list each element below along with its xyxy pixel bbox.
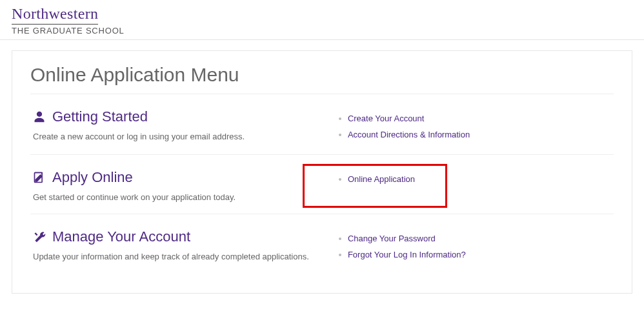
list-item: Account Directions & Information bbox=[339, 127, 611, 143]
link-online-application[interactable]: Online Application bbox=[348, 174, 415, 184]
section-heading-text: Apply Online bbox=[52, 169, 133, 186]
section-desc: Update your information and keep track o… bbox=[33, 252, 334, 261]
section-apply-online: Apply Online Get started or continue wor… bbox=[30, 154, 614, 214]
list-item: Online Application bbox=[339, 172, 611, 188]
section-desc: Get started or continue work on your app… bbox=[33, 192, 334, 202]
section-heading-text: Manage Your Account bbox=[52, 228, 190, 245]
section-desc: Create a new account or log in using you… bbox=[33, 132, 334, 141]
link-account-directions[interactable]: Account Directions & Information bbox=[348, 130, 470, 139]
menu-card: Online Application Menu Getting Started … bbox=[12, 50, 632, 294]
section-manage-account: Manage Your Account Update your informat… bbox=[30, 214, 614, 274]
section-heading: Apply Online bbox=[33, 169, 334, 186]
section-heading: Getting Started bbox=[33, 108, 334, 125]
section-left: Apply Online Get started or continue wor… bbox=[33, 169, 334, 202]
section-heading: Manage Your Account bbox=[33, 228, 334, 245]
link-forgot-login[interactable]: Forgot Your Log In Information? bbox=[348, 250, 466, 259]
logo-wordmark: Northwestern bbox=[12, 5, 98, 25]
list-item: Forgot Your Log In Information? bbox=[339, 247, 611, 263]
link-list: Online Application bbox=[339, 172, 611, 188]
site-header: Northwestern THE GRADUATE SCHOOL bbox=[0, 0, 644, 40]
list-item: Create Your Account bbox=[339, 111, 611, 127]
section-left: Getting Started Create a new account or … bbox=[33, 108, 334, 143]
link-list: Change Your Password Forgot Your Log In … bbox=[339, 231, 611, 263]
section-getting-started: Getting Started Create a new account or … bbox=[30, 94, 614, 154]
tools-icon bbox=[33, 230, 46, 243]
logo-subtitle: THE GRADUATE SCHOOL bbox=[12, 26, 632, 35]
section-heading-text: Getting Started bbox=[52, 108, 148, 125]
section-right: Change Your Password Forgot Your Log In … bbox=[334, 228, 611, 263]
section-right: Online Application bbox=[334, 169, 611, 202]
link-list: Create Your Account Account Directions &… bbox=[339, 111, 611, 143]
section-left: Manage Your Account Update your informat… bbox=[33, 228, 334, 263]
user-icon bbox=[33, 110, 46, 123]
list-item: Change Your Password bbox=[339, 231, 611, 247]
edit-icon bbox=[33, 171, 46, 184]
link-create-account[interactable]: Create Your Account bbox=[348, 114, 425, 123]
page-title: Online Application Menu bbox=[30, 64, 614, 86]
link-change-password[interactable]: Change Your Password bbox=[348, 234, 436, 243]
section-right: Create Your Account Account Directions &… bbox=[334, 108, 611, 143]
